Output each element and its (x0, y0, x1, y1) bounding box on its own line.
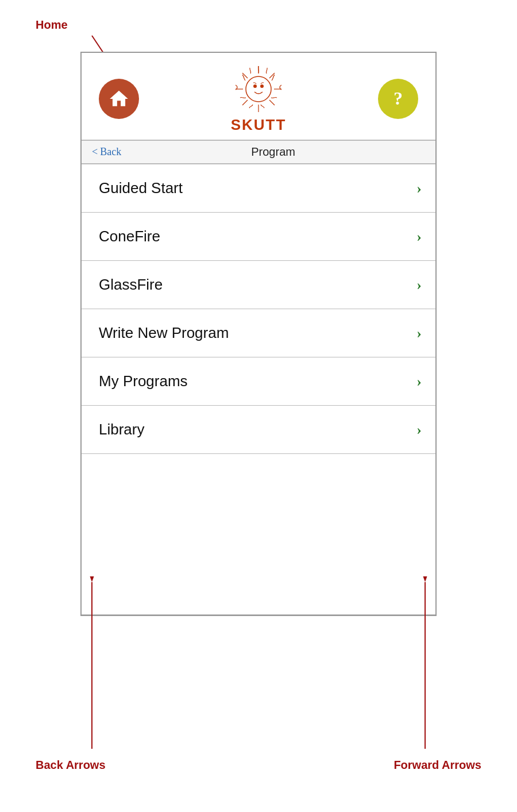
menu-item-label: Library (99, 421, 144, 438)
empty-content-area (82, 454, 435, 615)
help-button[interactable]: ? (378, 79, 418, 119)
menu-item-glass-fire[interactable]: GlassFire › (82, 261, 435, 309)
menu-item-label: My Programs (99, 372, 188, 390)
svg-point-12 (260, 84, 264, 88)
menu-chevron-icon: › (416, 421, 422, 438)
logo-center: SKUTT (139, 63, 378, 134)
menu-item-label: Guided Start (99, 179, 183, 197)
menu-item-guided-start[interactable]: Guided Start › (82, 164, 435, 213)
nav-bar: < Back Program (82, 141, 435, 164)
nav-title: Program (121, 145, 425, 159)
logo-text: SKUTT (231, 116, 287, 134)
back-button[interactable]: Back (100, 146, 121, 158)
back-arrows-annotation: Back Arrows (36, 759, 106, 772)
menu-chevron-icon: › (416, 325, 422, 342)
menu-item-cone-fire[interactable]: ConeFire › (82, 213, 435, 261)
menu-item-label: GlassFire (99, 276, 163, 294)
menu-item-my-programs[interactable]: My Programs › (82, 357, 435, 406)
menu-item-label: Write New Program (99, 324, 229, 342)
menu-item-library[interactable]: Library › (82, 406, 435, 454)
menu-item-label: ConeFire (99, 228, 160, 245)
svg-line-8 (269, 100, 275, 105)
menu-chevron-icon: › (416, 276, 422, 294)
svg-line-10 (242, 100, 248, 105)
home-annotation: Home (36, 18, 68, 32)
back-chevron-icon: < (92, 146, 98, 158)
home-button[interactable] (99, 79, 139, 119)
menu-chevron-icon: › (416, 180, 422, 197)
device-header: SKUTT ? (82, 53, 435, 141)
home-icon (108, 88, 130, 110)
forward-arrows-annotation: Forward Arrows (393, 759, 481, 772)
skutt-logo-sun (230, 63, 287, 115)
svg-point-11 (253, 84, 257, 88)
device-frame: SKUTT ? < Back Program Guided Start › Co… (80, 52, 437, 616)
help-icon: ? (393, 88, 403, 109)
menu-item-write-new-program[interactable]: Write New Program › (82, 309, 435, 357)
menu-chevron-icon: › (416, 228, 422, 245)
page-wrapper: Home (0, 0, 517, 812)
menu-list: Guided Start › ConeFire › GlassFire › Wr… (82, 164, 435, 454)
svg-point-2 (246, 76, 271, 102)
menu-chevron-icon: › (416, 373, 422, 390)
